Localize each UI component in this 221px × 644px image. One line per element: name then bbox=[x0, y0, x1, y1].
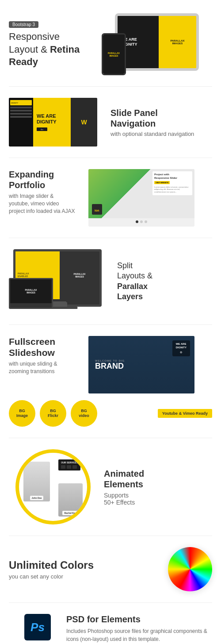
services-title: OUR SERVICES bbox=[61, 461, 78, 464]
bg-video-circle: BGvideo bbox=[71, 400, 97, 427]
portfolio-dot-1 bbox=[136, 220, 138, 223]
divider-1 bbox=[9, 86, 212, 87]
tablet-screen: WE AREDIGNITY PARALLAXIMAGES bbox=[118, 16, 196, 68]
panel-nav-item-active: DIGNITY bbox=[10, 100, 32, 105]
section-5-heading: FullscreenSlideshow bbox=[9, 336, 84, 358]
section-1-image: WE AREDIGNITY PARALLAXIMAGES PARALLAXIMA… bbox=[88, 13, 212, 75]
person-2-name: Rachel Kerr bbox=[64, 512, 76, 514]
section-6-subtext: Supports50+ Effects bbox=[104, 492, 144, 506]
slideshow-mock: WELCOME TO DIG BRAND WE AREDIGNITY⊙ bbox=[88, 336, 194, 393]
section-5-subtext: with unique sliding &zooming transitions bbox=[9, 360, 84, 375]
photoshop-label: Ps bbox=[30, 621, 45, 634]
portfolio-dot-3 bbox=[145, 220, 147, 223]
section-unlimited-colors: Unlimited Colors you can set any color bbox=[0, 538, 221, 600]
section-3-image: Project withResponsive Slider VISIT WEBS… bbox=[88, 169, 212, 227]
tablet-text-parallax: PARALLAXIMAGES bbox=[170, 39, 184, 45]
small-monitor-text: PARALLAXIMAGES bbox=[25, 289, 37, 294]
portfolio-project-info: Project withResponsive Slider VISIT WEBS… bbox=[152, 171, 192, 195]
slideshow-logo-circle: ⊙ bbox=[176, 351, 187, 355]
slide-panel-mock: DIGNITY WE AREDIGNITY Go W bbox=[9, 98, 97, 147]
portfolio-mock: Project withResponsive Slider VISIT WEBS… bbox=[88, 169, 194, 227]
section-2-subtext: with optional standard navigation bbox=[110, 131, 194, 137]
panel-nav-item-1 bbox=[10, 107, 32, 108]
panel-nav-item-2 bbox=[10, 110, 32, 112]
slide-panel-main: WE AREDIGNITY Go bbox=[33, 98, 71, 147]
color-wheel bbox=[168, 547, 212, 591]
section-5-text: FullscreenSlideshow with unique sliding … bbox=[9, 336, 88, 375]
divider-5 bbox=[9, 438, 212, 438]
section-3-subtext: with Image slider &youtube, vimeo videop… bbox=[9, 193, 84, 215]
section-5-top: FullscreenSlideshow with unique sliding … bbox=[9, 336, 212, 393]
slide-panel-nav: DIGNITY bbox=[9, 98, 33, 147]
section-5-bottom: BGImage BGFlickr BGvideo Youtube & Vimeo… bbox=[9, 400, 212, 427]
person-2-image: Rachel Kerr bbox=[58, 483, 83, 517]
service-icon-3 bbox=[72, 465, 77, 469]
section-2-text: Slide PanelNavigation with optional stan… bbox=[110, 108, 194, 137]
section-7-heading: Unlimited Colors bbox=[9, 559, 159, 571]
section-4-text: SplitLayouts &ParallaxLayers bbox=[117, 261, 152, 302]
services-icons bbox=[61, 465, 78, 469]
monitor-screen-right: PARALLAXIMAGES bbox=[60, 251, 99, 299]
panel-nav-item-3 bbox=[10, 113, 32, 115]
section-3-heading: ExpandingPortfolio bbox=[9, 169, 84, 190]
portfolio-dots bbox=[88, 218, 194, 225]
person-2-card: Rachel Kerr bbox=[62, 511, 78, 515]
bootstrap-badge: Bootstrap 3 bbox=[9, 21, 38, 28]
phone-text: PARALLAXIMAGES bbox=[108, 52, 120, 57]
divider-3 bbox=[9, 238, 212, 238]
section-3-text: ExpandingPortfolio with Image slider &yo… bbox=[9, 169, 88, 215]
section-8-image: Ps components bbox=[9, 614, 66, 644]
bg-flickr-circle: BGFlickr bbox=[40, 400, 66, 427]
slide-panel-right: W bbox=[71, 98, 97, 147]
section-4-image: PARALLAXENABLED PARALLAXIMAGES PARALLAXI… bbox=[9, 249, 110, 313]
section-8-text: PSD for Elements Includes Photoshop sour… bbox=[66, 614, 212, 643]
panel-right-letter: W bbox=[81, 119, 87, 126]
phone-screen: PARALLAXIMAGES bbox=[103, 35, 125, 74]
section-expanding-portfolio: ExpandingPortfolio with Image slider &yo… bbox=[0, 160, 221, 235]
slideshow-logo-badge: WE AREDIGNITY⊙ bbox=[172, 340, 190, 356]
section-8-subtext: Includes Photoshop source files for grap… bbox=[66, 627, 212, 643]
photoshop-icon: Ps bbox=[24, 614, 51, 640]
youtube-badge: Youtube & Vimeo Ready bbox=[158, 409, 212, 418]
person-1-name: John Doe bbox=[32, 497, 42, 499]
tablet-text-we-are: WE AREDIGNITY bbox=[121, 37, 155, 47]
divider-7 bbox=[9, 602, 212, 603]
small-monitor: PARALLAXIMAGES bbox=[9, 278, 53, 309]
section-5-image: WELCOME TO DIG BRAND WE AREDIGNITY⊙ bbox=[88, 336, 212, 393]
parallax-mock-container: PARALLAXENABLED PARALLAXIMAGES PARALLAXI… bbox=[9, 249, 106, 313]
section-6-heading: AnimatedElements bbox=[104, 468, 144, 490]
section-responsive-layout: Bootstrap 3 ResponsiveLayout & RetinaRea… bbox=[0, 0, 221, 84]
section-2-image: DIGNITY WE AREDIGNITY Go W bbox=[9, 98, 102, 147]
section-8-heading: PSD for Elements bbox=[66, 614, 212, 625]
small-monitor-screen: PARALLAXIMAGES bbox=[10, 279, 52, 303]
phone-mock: PARALLAXIMAGES bbox=[102, 33, 126, 75]
section-2-heading: Slide PanelNavigation bbox=[110, 108, 194, 129]
small-monitor-bottom bbox=[10, 303, 52, 308]
monitor-right-text: PARALLAXIMAGES bbox=[74, 273, 86, 278]
section-7-subtext: you can set any color bbox=[9, 573, 159, 580]
panel-nav-item-4 bbox=[10, 116, 32, 118]
divider-2 bbox=[9, 158, 212, 158]
section-6-image: OUR SERVICES John Doe Rachel bbox=[9, 449, 97, 524]
section-slide-panel: DIGNITY WE AREDIGNITY Go W Slide PanelNa… bbox=[0, 89, 221, 155]
portfolio-description: Lorem ipsum dolor sit amet, consectetur … bbox=[154, 186, 191, 193]
portfolio-ion-text: ion bbox=[92, 204, 102, 215]
person-1-image: John Doe bbox=[23, 462, 50, 501]
divider-6 bbox=[9, 536, 212, 536]
service-icon-2 bbox=[67, 465, 71, 469]
portfolio-tag: VISIT WEBSITE bbox=[154, 181, 170, 184]
person-1-card: John Doe bbox=[30, 496, 44, 500]
bg-image-circle: BGImage bbox=[9, 400, 35, 427]
section-parallax: PARALLAXENABLED PARALLAXIMAGES PARALLAXI… bbox=[0, 240, 221, 322]
section-4-heading: SplitLayouts &ParallaxLayers bbox=[117, 261, 152, 302]
portfolio-dot-2 bbox=[140, 220, 143, 223]
animated-circle: OUR SERVICES John Doe Rachel bbox=[15, 449, 91, 524]
slide-panel-title: WE AREDIGNITY bbox=[37, 113, 67, 125]
section-7-text: Unlimited Colors you can set any color bbox=[9, 559, 159, 580]
tablet-mock: WE AREDIGNITY PARALLAXIMAGES bbox=[115, 13, 199, 71]
section-1-heading-bold: RetinaReady bbox=[9, 44, 80, 68]
section-6-text: AnimatedElements Supports50+ Effects bbox=[104, 468, 144, 506]
bg-video-text: BGvideo bbox=[79, 409, 89, 418]
bg-image-text: BGImage bbox=[16, 409, 28, 418]
section-slideshow: FullscreenSlideshow with unique sliding … bbox=[0, 327, 221, 436]
